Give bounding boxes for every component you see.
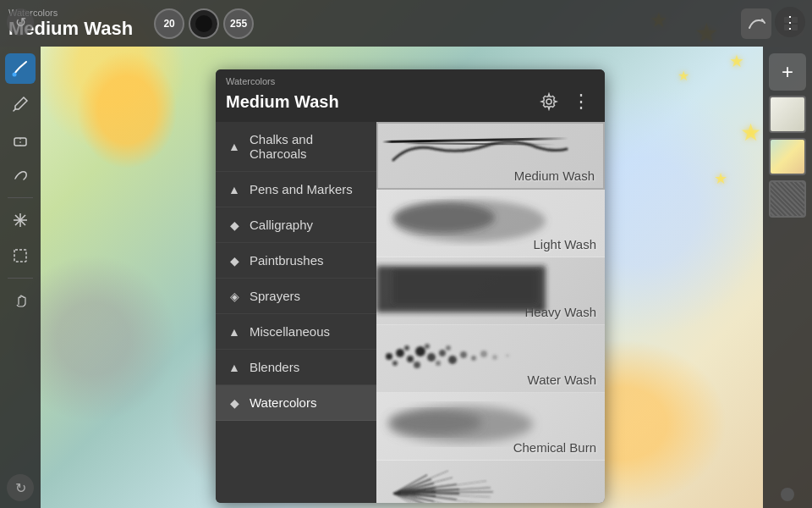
svg-point-19 <box>386 353 392 360</box>
panel-settings-button[interactable] <box>535 88 562 115</box>
star-decoration: ★ <box>729 51 744 71</box>
svg-rect-18 <box>393 270 537 304</box>
svg-point-38 <box>389 410 482 435</box>
right-sidebar: + <box>763 47 812 508</box>
star-decoration: ★ <box>740 119 761 146</box>
undo-icon: ↺ <box>15 14 26 30</box>
tool-hand[interactable] <box>5 285 36 316</box>
more-menu-icon: ⋮ <box>782 12 799 32</box>
svg-point-20 <box>396 349 404 357</box>
layer-indicator <box>781 488 794 501</box>
watercolors-label: Watercolors <box>250 395 316 410</box>
texture-thumb[interactable] <box>769 180 806 218</box>
light-wash-label: Light Wash <box>534 237 596 251</box>
top-toolbar: Watercolors Medium Wash 20 255 <box>0 0 812 47</box>
panel-more-button[interactable]: ⋮ <box>568 88 595 115</box>
sidebar-divider-1 <box>8 197 33 198</box>
opacity-control[interactable] <box>189 8 219 39</box>
brush-list: Medium Wash Light Wash <box>376 122 605 503</box>
svg-point-29 <box>492 355 497 360</box>
svg-point-35 <box>436 361 441 366</box>
chalks-label: Chalks and Charcoals <box>250 132 365 161</box>
category-item-chalks[interactable]: ▲ Chalks and Charcoals <box>216 122 376 172</box>
redo-icon: ↻ <box>15 480 26 496</box>
undo-button[interactable]: ↺ <box>7 8 34 36</box>
size-control[interactable]: 20 <box>154 8 184 39</box>
svg-point-24 <box>439 350 446 356</box>
left-sidebar <box>0 47 41 508</box>
svg-point-31 <box>392 361 398 366</box>
paintbrushes-icon: ◆ <box>228 254 241 268</box>
svg-point-28 <box>480 351 487 357</box>
tool-eyedropper[interactable] <box>5 89 36 119</box>
star-decoration: ★ <box>714 169 727 188</box>
category-item-miscellaneous[interactable]: ▲ Miscellaneous <box>216 314 376 350</box>
pens-icon: ▲ <box>228 183 241 196</box>
svg-point-33 <box>414 362 420 368</box>
category-item-watercolors[interactable]: ◆ Watercolors <box>216 385 376 421</box>
category-item-calligraphy[interactable]: ◆ Calligraphy <box>216 207 376 243</box>
star-decoration: ★ <box>678 68 689 84</box>
calligraphy-icon: ◆ <box>228 218 241 232</box>
svg-point-25 <box>448 356 457 364</box>
chemical-burn-label: Chemical Burn <box>513 440 596 455</box>
panel-title-row: Medium Wash ⋮ <box>226 88 595 115</box>
pens-label: Pens and Markers <box>250 182 353 196</box>
svg-point-30 <box>506 354 509 357</box>
panel-title: Medium Wash <box>226 92 339 112</box>
svg-point-22 <box>415 346 425 356</box>
svg-point-23 <box>427 353 436 362</box>
value-control[interactable]: 255 <box>223 8 254 39</box>
brush-item-chemical-burn[interactable]: Chemical Burn <box>376 393 605 461</box>
svg-line-58 <box>402 492 493 493</box>
watercolors-icon: ◆ <box>228 396 241 410</box>
curve-icon-btn[interactable] <box>741 8 771 39</box>
category-item-paintbrushes[interactable]: ◆ Paintbrushes <box>216 243 376 279</box>
category-item-sprayers[interactable]: ◈ Sprayers <box>216 279 376 314</box>
sidebar-divider-2 <box>8 278 33 279</box>
svg-rect-13 <box>14 250 26 262</box>
blenders-label: Blenders <box>250 360 299 374</box>
heavy-wash-label: Heavy Wash <box>525 305 596 319</box>
brush-item-heavy-wash[interactable]: Heavy Wash <box>376 257 605 325</box>
brush-item-medium-wash[interactable]: Medium Wash <box>376 122 605 190</box>
miscellaneous-label: Miscellaneous <box>250 324 330 339</box>
calligraphy-label: Calligraphy <box>250 218 313 232</box>
add-layer-button[interactable]: + <box>769 53 806 91</box>
panel-category-label: Watercolors <box>226 76 595 86</box>
sprayers-label: Sprayers <box>250 289 300 303</box>
tool-eraser[interactable] <box>5 124 36 155</box>
brush-panel: Watercolors Medium Wash ⋮ ▲ Chalks <box>216 69 605 503</box>
layer-thumb-white[interactable] <box>769 96 806 133</box>
svg-point-32 <box>404 345 409 351</box>
brush-item-light-wash[interactable]: Light Wash <box>376 190 605 257</box>
panel-actions: ⋮ <box>535 88 595 115</box>
tool-smudge[interactable] <box>5 160 36 190</box>
svg-point-14 <box>546 99 551 104</box>
tool-brush[interactable] <box>5 53 36 84</box>
panel-more-icon: ⋮ <box>572 91 590 113</box>
toolbar-controls: 20 255 <box>154 8 254 39</box>
medium-wash-label: Medium Wash <box>514 168 595 183</box>
category-list: ▲ Chalks and Charcoals ▲ Pens and Marker… <box>216 122 376 503</box>
redo-button[interactable]: ↻ <box>7 474 34 501</box>
tool-transform[interactable] <box>5 205 36 235</box>
blenders-icon: ▲ <box>228 361 241 374</box>
category-item-blenders[interactable]: ▲ Blenders <box>216 350 376 385</box>
svg-point-26 <box>460 351 467 358</box>
svg-point-27 <box>471 356 476 361</box>
panel-body: ▲ Chalks and Charcoals ▲ Pens and Marker… <box>216 122 605 503</box>
svg-point-16 <box>393 202 495 233</box>
svg-line-6 <box>14 109 15 111</box>
category-item-pens[interactable]: ▲ Pens and Markers <box>216 172 376 207</box>
paintbrushes-label: Paintbrushes <box>250 253 324 268</box>
svg-point-21 <box>407 356 414 362</box>
brush-item-dry-fan[interactable]: Dry Fan <box>376 461 605 503</box>
opacity-inner <box>195 15 212 32</box>
tool-selection[interactable] <box>5 240 36 271</box>
svg-point-36 <box>446 345 451 351</box>
layer-thumb-colored[interactable] <box>769 138 806 175</box>
miscellaneous-icon: ▲ <box>228 325 241 339</box>
more-menu-button[interactable]: ⋮ <box>775 7 805 37</box>
brush-item-water-wash[interactable]: Water Wash <box>376 325 605 393</box>
